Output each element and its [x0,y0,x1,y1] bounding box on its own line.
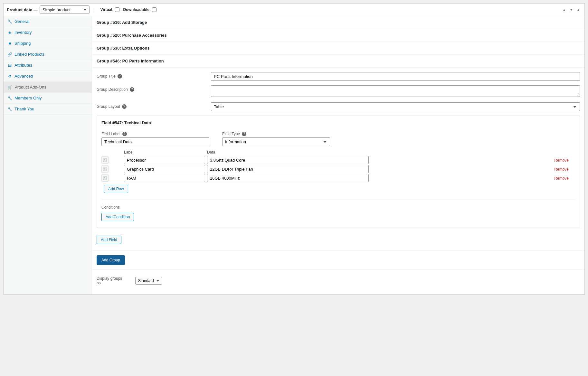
remove-row-link[interactable]: Remove [554,176,569,181]
info-table: Label Data [101,150,575,193]
tab-label: Product Add-Ons [14,85,46,89]
table-row: Remove [101,174,575,182]
svg-point-3 [104,168,105,169]
col-label-header: Label [124,150,205,155]
display-groups-select[interactable]: Standard [135,277,162,285]
panel-header: Product data — Simple product | Virtual:… [4,4,584,16]
field-label-input[interactable] [101,137,209,146]
product-data-panel: Product data — Simple product | Virtual:… [3,3,585,295]
row-data-input[interactable] [207,165,369,173]
downloadable-label: Downloadable: [123,7,151,12]
group-layout-select[interactable]: Table [211,102,580,111]
help-icon[interactable]: ? [122,132,127,136]
help-icon[interactable]: ? [242,132,246,136]
panel-title: Product data — [7,7,38,12]
row-label-input[interactable] [124,174,205,182]
add-group-section: Add Group [92,251,584,270]
tab-label: Members Only [14,96,42,100]
field-panel-body: Field Label ? Field Type ? [97,130,580,228]
group-title-label: Group Title [97,74,116,79]
tab-label: Inventory [14,30,32,35]
display-groups-row: Display groups as Standard [92,270,584,294]
group-title-row: Group Title ? [97,72,580,81]
main-area: Group #516: Add Storage Group #520: Purc… [92,16,584,294]
panel-body: 🔧 General ◈ Inventory ■ Shipping 🔗 Linke… [4,16,584,294]
add-row-button[interactable]: Add Row [104,185,128,193]
conditions-title: Conditions [101,205,575,210]
gear-icon: ⚙ [7,74,12,79]
remove-row-link[interactable]: Remove [554,167,569,172]
link-icon: 🔗 [7,52,12,57]
image-placeholder-icon[interactable] [101,156,109,164]
separator: | [93,7,94,12]
panel-header-left: Product data — Simple product | Virtual:… [7,5,156,14]
group-title-input[interactable] [211,72,580,81]
table-row: Remove [101,156,575,164]
field-label-col: Field Label ? [101,132,209,146]
table-head: Label Data [101,150,575,155]
wrench-icon: 🔧 [7,19,12,24]
virtual-checkbox-wrap[interactable]: Virtual: [100,7,119,12]
truck-icon: ■ [7,41,12,46]
svg-point-5 [104,177,105,178]
move-down-icon[interactable]: ▾ [568,7,574,13]
row-label-input[interactable] [124,165,205,173]
wrench-icon: 🔧 [7,107,12,111]
group-header-collapsed[interactable]: Group #520: Purchase Accessories [92,29,584,42]
group-layout-row: Group Layout ? Table [97,102,580,111]
tab-attributes[interactable]: ▤ Attributes [4,60,92,71]
image-placeholder-icon[interactable] [101,165,109,173]
group-header-collapsed[interactable]: Group #530: Extra Options [92,42,584,55]
tab-shipping[interactable]: ■ Shipping [4,38,92,49]
downloadable-checkbox-wrap[interactable]: Downloadable: [123,7,156,12]
conditions-block: Conditions Add Condition [101,200,575,221]
remove-row-link[interactable]: Remove [554,158,569,163]
move-up-icon[interactable]: ▴ [561,7,567,13]
svg-point-1 [104,159,105,160]
help-icon[interactable]: ? [118,74,122,79]
field-type-select[interactable]: Information [222,137,330,146]
tab-label: Attributes [14,63,32,68]
tab-advanced[interactable]: ⚙ Advanced [4,71,92,82]
help-icon[interactable]: ? [130,87,134,92]
field-type-col: Field Type ? Information [222,132,330,146]
collapse-icon[interactable]: ▴ [575,7,581,13]
row-data-input[interactable] [207,174,369,182]
add-group-button[interactable]: Add Group [97,255,125,265]
field-label-label: Field Label [101,132,120,136]
downloadable-checkbox[interactable] [152,7,156,12]
product-data-tabs: 🔧 General ◈ Inventory ■ Shipping 🔗 Linke… [4,16,92,294]
row-data-input[interactable] [207,156,369,164]
image-placeholder-icon[interactable] [101,174,109,182]
group-header-collapsed[interactable]: Group #516: Add Storage [92,16,584,29]
list-icon: ▤ [7,63,12,68]
col-data-header: Data [207,150,369,155]
add-condition-button[interactable]: Add Condition [101,213,134,221]
wrench-icon: 🔧 [7,96,12,100]
cart-icon: 🛒 [7,85,12,89]
virtual-checkbox[interactable] [115,7,119,12]
tab-label: Linked Products [14,52,44,57]
display-groups-label: Display groups as [97,276,126,285]
group-description-label: Group Description [97,87,128,92]
table-row: Remove [101,165,575,173]
tab-members-only[interactable]: 🔧 Members Only [4,93,92,104]
help-icon[interactable]: ? [122,104,127,109]
row-label-input[interactable] [124,156,205,164]
tab-inventory[interactable]: ◈ Inventory [4,27,92,38]
tab-linked-products[interactable]: 🔗 Linked Products [4,49,92,60]
field-type-label: Field Type [222,132,240,136]
tab-label: Shipping [14,41,31,46]
tab-label: Advanced [14,74,33,79]
group-body: Group Title ? Group Description ? [92,68,584,251]
group-description-input[interactable] [211,85,580,97]
tab-general[interactable]: 🔧 General [4,16,92,27]
group-description-row: Group Description ? [97,85,580,98]
tab-thank-you[interactable]: 🔧 Thank You [4,104,92,115]
tag-icon: ◈ [7,30,12,35]
field-panel-header[interactable]: Field #547: Techical Data [97,116,580,130]
add-field-button[interactable]: Add Field [97,236,121,244]
product-type-select[interactable]: Simple product [40,5,90,14]
tab-product-add-ons[interactable]: 🛒 Product Add-Ons [4,82,92,93]
group-header-expanded[interactable]: Group #546: PC Parts Information [92,55,584,68]
